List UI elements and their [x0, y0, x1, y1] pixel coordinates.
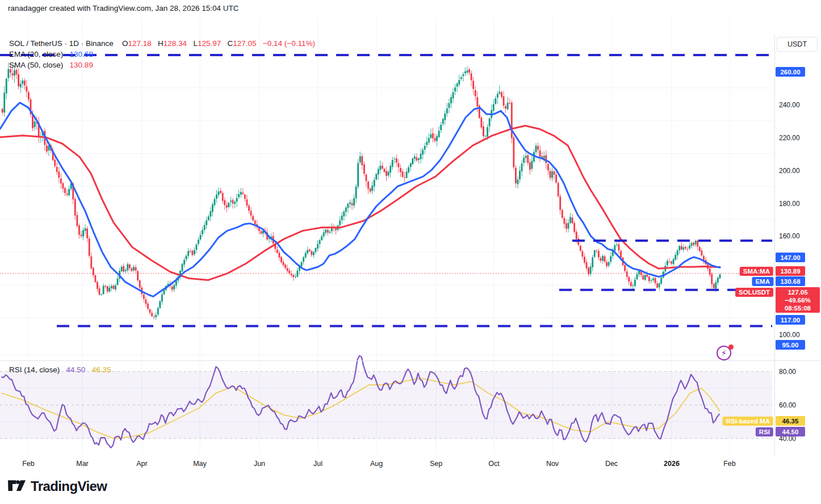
month-label-feb-0: Feb [22, 460, 35, 468]
rsi-tick-80: 80.00 [779, 368, 796, 376]
month-label-dec-10: Dec [605, 460, 618, 468]
chart-legend: SOL / TetherUS · 1D · Binance O127.18 H1… [9, 38, 315, 70]
month-label-mar-1: Mar [76, 460, 89, 468]
low-value: 125.97 [198, 39, 221, 48]
month-label-jul-5: Jul [313, 460, 322, 468]
tradingview-logo-icon [8, 480, 26, 494]
flash-boost-icon[interactable]: ⚡ [716, 345, 734, 362]
symbol-series-label: SOLUSDT [735, 288, 773, 297]
last-price-value: 127.05 [788, 288, 807, 296]
notification-dot [728, 345, 734, 350]
sma-value: 130.89 [70, 61, 93, 69]
price-tick-160: 160.00 [779, 232, 800, 240]
candlestick-series [2, 62, 721, 320]
month-label-nov-9: Nov [546, 460, 559, 468]
month-label-jun-4: Jun [254, 460, 265, 468]
price-tick-240: 240.00 [779, 101, 800, 109]
level-badge-95: 95.00 [776, 340, 805, 350]
level-badge-260: 260.00 [776, 67, 805, 77]
month-label-may-3: May [193, 460, 207, 468]
price-tick-220: 220.00 [779, 134, 800, 142]
rsi-ma-axis-badge: 46.35 [776, 416, 805, 426]
high-value: 128.34 [164, 39, 187, 48]
ema-label: EMA (20, close) [9, 50, 63, 58]
month-label-sep-7: Sep [430, 460, 442, 468]
bar-countdown: 08:55:08 [785, 304, 811, 312]
last-price-badge: 127.05 −49.66% 08:55:08 [776, 287, 820, 313]
rsi-axis-badge: 44.50 [776, 427, 805, 436]
sma-axis-badge: 130.89 [776, 266, 805, 276]
level-badge-147: 147.00 [776, 253, 805, 262]
ema-axis-badge: 130.68 [776, 276, 805, 286]
chart-area[interactable]: SOL / TetherUS · 1D · Binance O127.18 H1… [0, 17, 821, 474]
sma-50-line [0, 125, 720, 280]
price-tick-180: 180.00 [779, 200, 800, 208]
sma-label: SMA (50, close) [9, 61, 63, 69]
price-axis-separator [774, 34, 775, 472]
rsi-ma-series-label: RSI-based MA [723, 417, 773, 426]
tradingview-logo[interactable]: TradingView [8, 478, 107, 494]
ema-series-label: EMA [752, 277, 773, 286]
month-label-oct-8: Oct [488, 460, 499, 468]
symbol-title[interactable]: SOL / TetherUS [9, 39, 62, 48]
ema-value: 130.68 [70, 50, 93, 58]
sma-row[interactable]: SMA (50, close) 130.89 [9, 60, 315, 70]
sma-series-label: SMA:MA [740, 267, 773, 276]
rsi-tick-60: 60.00 [779, 401, 796, 409]
change-percent-value: −49.66% [785, 296, 811, 304]
pane-separator[interactable] [0, 360, 821, 361]
ema-row[interactable]: EMA (20, close) 130.68 [9, 49, 315, 60]
price-tick-200: 200.00 [779, 167, 800, 175]
month-label-apr-2: Apr [136, 460, 147, 468]
ema-20-line [0, 103, 720, 296]
currency-toggle-button[interactable]: USDT [777, 37, 818, 52]
month-label-aug-6: Aug [370, 460, 383, 468]
rsi-legend[interactable]: RSI (14, close) 44.50 46.35 [9, 366, 111, 374]
rsi-label: RSI (14, close) [9, 366, 60, 374]
attribution-text: ranadagger created with TradingView.com,… [8, 4, 239, 12]
rsi-series-label: RSI [756, 427, 773, 436]
month-label-2026-11: 2026 [664, 460, 680, 468]
close-value: 127.05 [233, 39, 256, 48]
rsi-ma-value: 46.35 [92, 366, 111, 374]
footer: TradingView [0, 474, 821, 504]
price-chart-canvas[interactable] [0, 17, 772, 455]
symbol-row[interactable]: SOL / TetherUS · 1D · Binance O127.18 H1… [9, 38, 315, 49]
rsi-value: 44.50 [66, 366, 86, 374]
level-badge-117: 117.00 [776, 315, 805, 325]
change-value: −0.14 (−0.11%) [263, 39, 315, 48]
price-tick-100: 100.00 [779, 331, 800, 339]
exchange-label: Binance [86, 39, 114, 48]
open-value: 127.18 [128, 39, 151, 48]
month-label-feb-12: Feb [723, 460, 736, 468]
tradingview-wordmark: TradingView [31, 478, 107, 494]
time-axis[interactable]: FebMarAprMayJunJulAugSepOctNovDec2026Feb [0, 455, 821, 474]
tradingview-chart-screenshot: ranadagger created with TradingView.com,… [0, 0, 821, 504]
interval-label[interactable]: 1D [69, 39, 79, 48]
